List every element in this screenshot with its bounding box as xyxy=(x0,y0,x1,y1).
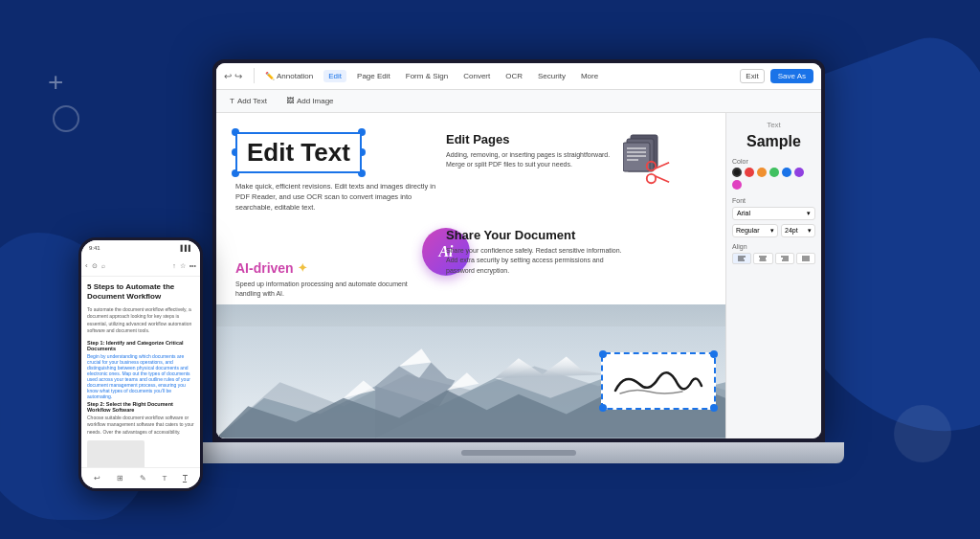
color-orange[interactable] xyxy=(757,168,767,177)
phone-status-bar: 9:41 ▐▐ ▌ xyxy=(81,240,200,256)
pdf-content: Edit Text Make quick, efficient revision… xyxy=(216,113,725,438)
font-style-row: Regular ▾ 24pt ▾ xyxy=(732,224,815,237)
phone-more-btn[interactable]: ••• xyxy=(189,262,196,269)
color-label: Color xyxy=(732,158,815,165)
exit-btn[interactable]: Exit xyxy=(740,69,764,83)
color-red[interactable] xyxy=(745,168,754,177)
phone-image-placeholder xyxy=(87,440,145,467)
right-panel: Text Sample Color Font xyxy=(725,113,821,438)
edit-text-description: Make quick, efficient revisions. Edit te… xyxy=(235,181,436,213)
separator-1 xyxy=(254,68,255,83)
phone-text-icon[interactable]: T xyxy=(163,474,167,483)
svg-point-17 xyxy=(647,161,656,169)
undo-redo-group: ↩ ↪ xyxy=(224,71,242,81)
sig-handle-bl xyxy=(599,404,607,412)
scissors-icon xyxy=(644,159,671,190)
color-blue[interactable] xyxy=(782,168,791,177)
phone-bookmark-btn[interactable]: ☆ xyxy=(180,262,186,270)
editor-toolbar: ↩ ↪ ✏️ Annotation Edit Page Edit xyxy=(216,63,821,90)
phone-undo-icon[interactable]: ↩ xyxy=(94,474,100,483)
laptop: ↩ ↪ ✏️ Annotation Edit Page Edit xyxy=(193,59,844,481)
ai-star-icon: ✦ xyxy=(298,261,307,275)
editor-toolbar2: T Add Text 🖼 Add Image xyxy=(216,90,821,113)
signature-box[interactable] xyxy=(601,352,716,410)
sig-handle-br xyxy=(710,404,718,412)
phone-step1-link: Begin by understanding which documents a… xyxy=(87,353,194,399)
convert-btn[interactable]: Convert xyxy=(458,70,495,82)
edit-text-display[interactable]: Edit Text xyxy=(235,132,362,173)
phone-time: 9:41 xyxy=(89,245,100,251)
undo-btn[interactable]: ↩ xyxy=(224,71,232,81)
color-green[interactable] xyxy=(769,168,779,177)
align-right-btn[interactable] xyxy=(775,253,794,264)
phone-share-btn[interactable]: ↑ xyxy=(172,262,176,269)
font-label: Font xyxy=(732,197,815,204)
laptop-base xyxy=(193,442,844,463)
more-btn[interactable]: More xyxy=(576,70,603,82)
edit-pages-title: Edit Pages xyxy=(446,132,618,146)
font-select[interactable]: Arial ▾ xyxy=(732,207,815,220)
security-btn[interactable]: Security xyxy=(533,70,570,82)
phone-doc-intro: To automate the document workflow effect… xyxy=(87,306,194,335)
annotation-btn[interactable]: ✏️ Annotation xyxy=(260,70,318,82)
edit-btn[interactable]: Edit xyxy=(323,70,346,82)
edit-pages-section: Edit Pages Adding, removing, or insertin… xyxy=(446,132,618,170)
edit-text-box-wrapper: Edit Text xyxy=(235,132,362,173)
share-section: Share Your Document Share your confidenc… xyxy=(446,228,628,277)
align-row xyxy=(732,253,815,264)
share-title: Share Your Document xyxy=(446,228,628,242)
phone-screen: 9:41 ▐▐ ▌ ‹ ⊙ ⌕ ↑ ☆ ••• 5 Steps to Autom… xyxy=(81,240,200,488)
ai-section: AI-driven ✦ Speed up information process… xyxy=(235,260,408,300)
ai-label: AI-driven ✦ xyxy=(235,260,408,276)
color-purple[interactable] xyxy=(794,168,804,177)
align-center-btn[interactable] xyxy=(753,253,772,264)
phone-format-icon[interactable]: T̲ xyxy=(183,474,188,483)
sig-handle-tl xyxy=(599,350,607,358)
laptop-screen: ↩ ↪ ✏️ Annotation Edit Page Edit xyxy=(216,63,821,438)
font-size-select[interactable]: 24pt ▾ xyxy=(781,224,815,237)
phone-content: 5 Steps to Automate the Document Workflo… xyxy=(81,277,200,467)
phone-step1-title: Step 1: Identify and Categorize Critical… xyxy=(87,340,194,351)
phone-edit-icon[interactable]: ✎ xyxy=(140,474,146,483)
sig-handle-tr xyxy=(710,350,718,358)
align-justify-btn[interactable] xyxy=(796,253,815,264)
signature-svg xyxy=(606,357,711,405)
edit-pages-description: Adding, removing, or inserting pages is … xyxy=(446,150,618,170)
phone-step2-text: Choose suitable document workflow softwa… xyxy=(87,415,194,437)
redo-btn[interactable]: ↪ xyxy=(234,71,242,81)
ai-description: Speed up information processing and auto… xyxy=(235,280,408,300)
form-sign-btn[interactable]: Form & Sign xyxy=(401,70,453,82)
page-edit-btn[interactable]: Page Edit xyxy=(352,70,395,82)
svg-line-19 xyxy=(655,162,669,168)
phone-view-icon[interactable]: ⊞ xyxy=(117,474,123,483)
phone-step2-title: Step 2: Select the Right Document Workfl… xyxy=(87,401,194,413)
svg-point-18 xyxy=(647,173,656,182)
svg-line-20 xyxy=(655,175,669,182)
phone-search-btn[interactable]: ⌕ xyxy=(101,262,105,269)
font-style-select[interactable]: Regular ▾ xyxy=(732,224,778,237)
panel-sample: Sample xyxy=(732,133,815,150)
save-as-btn[interactable]: Save As xyxy=(770,69,813,83)
edit-text-section: Edit Text Make quick, efficient revision… xyxy=(235,132,436,213)
color-pink[interactable] xyxy=(732,180,742,190)
main-scene: ↩ ↪ ✏️ Annotation Edit Page Edit xyxy=(0,0,980,539)
laptop-screen-outer: ↩ ↪ ✏️ Annotation Edit Page Edit xyxy=(212,59,825,442)
align-label: Align xyxy=(732,243,815,250)
phone-status-icons: ▐▐ ▌ xyxy=(179,245,192,251)
phone-home-btn[interactable]: ⊙ xyxy=(92,262,98,270)
add-text-btn[interactable]: T Add Text xyxy=(224,95,273,107)
color-black[interactable] xyxy=(732,168,742,177)
phone: 9:41 ▐▐ ▌ ‹ ⊙ ⌕ ↑ ☆ ••• 5 Steps to Autom… xyxy=(78,237,203,491)
phone-back-btn[interactable]: ‹ xyxy=(85,261,88,270)
phone-toolbar: ‹ ⊙ ⌕ ↑ ☆ ••• xyxy=(81,256,200,277)
share-description: Share your confidence safely. Redact sen… xyxy=(446,246,628,277)
ocr-btn[interactable]: OCR xyxy=(501,70,527,82)
panel-section-label: Text xyxy=(732,121,815,129)
editor-body: Edit Text Make quick, efficient revision… xyxy=(216,113,821,438)
color-row xyxy=(732,168,815,190)
phone-doc-title: 5 Steps to Automate the Document Workflo… xyxy=(87,282,194,303)
align-left-btn[interactable] xyxy=(732,253,751,264)
add-image-btn[interactable]: 🖼 Add Image xyxy=(280,95,340,107)
phone-bottom-bar: ↩ ⊞ ✎ T T̲ xyxy=(81,467,200,488)
